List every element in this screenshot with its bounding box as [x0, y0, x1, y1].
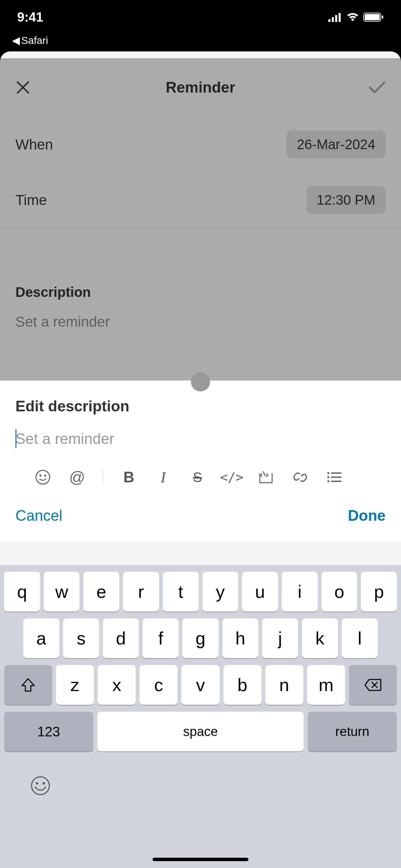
key-f[interactable]: f [143, 618, 179, 658]
key-t[interactable]: t [163, 572, 199, 612]
italic-button[interactable]: I [155, 469, 172, 486]
svg-point-14 [327, 480, 329, 482]
svg-point-18 [43, 782, 45, 785]
code-block-icon [258, 470, 274, 484]
key-row-2: a s d f g h j k l [3, 618, 398, 658]
svg-rect-3 [339, 13, 341, 22]
svg-point-7 [36, 470, 50, 484]
key-c[interactable]: c [139, 665, 178, 705]
bold-button[interactable]: B [120, 469, 137, 486]
action-row: Cancel Done [0, 500, 401, 534]
key-l[interactable]: l [342, 618, 378, 658]
list-button[interactable] [326, 471, 343, 483]
key-k[interactable]: k [302, 618, 338, 658]
description-input[interactable]: Set a reminder [0, 425, 401, 461]
back-app-label: Safari [21, 35, 48, 46]
key-g[interactable]: g [182, 618, 218, 658]
key-backspace[interactable] [349, 665, 397, 705]
key-row-1: q w e r t y u i o p [3, 572, 398, 612]
key-s[interactable]: s [63, 618, 99, 658]
key-m[interactable]: m [307, 665, 345, 705]
svg-rect-11 [331, 472, 341, 474]
keyboard-bottom [3, 758, 398, 796]
svg-point-8 [39, 474, 41, 477]
key-b[interactable]: b [223, 665, 262, 705]
key-shift[interactable] [4, 665, 52, 705]
status-icons [328, 12, 384, 22]
svg-point-17 [36, 782, 38, 785]
key-return[interactable]: return [308, 712, 397, 751]
status-bar: 9:41 [0, 0, 401, 34]
keyboard: q w e r t y u i o p a s d f g h j k l z … [0, 565, 401, 868]
key-r[interactable]: r [123, 572, 159, 612]
svg-rect-1 [332, 17, 334, 22]
done-button[interactable]: Done [348, 507, 386, 524]
list-icon [327, 471, 342, 483]
shift-icon [21, 677, 36, 692]
key-q[interactable]: q [4, 572, 40, 612]
battery-icon [363, 12, 384, 22]
svg-rect-5 [365, 14, 380, 20]
signal-icon [328, 12, 342, 22]
key-d[interactable]: d [103, 618, 139, 658]
toolbar-divider [103, 470, 103, 485]
strikethrough-button[interactable]: S [189, 470, 206, 485]
dim-overlay[interactable] [0, 58, 401, 405]
key-p[interactable]: p [361, 572, 397, 612]
edit-description-sheet: Edit description Set a reminder @ B I S … [0, 381, 401, 541]
at-icon: @ [69, 468, 85, 486]
cancel-button[interactable]: Cancel [15, 507, 62, 524]
keyboard-emoji-button[interactable] [30, 775, 51, 796]
key-a[interactable]: a [23, 618, 59, 658]
key-u[interactable]: u [242, 572, 278, 612]
backspace-icon [364, 678, 382, 692]
back-to-safari[interactable]: ◀ Safari [12, 34, 48, 46]
key-x[interactable]: x [98, 665, 136, 705]
formatting-toolbar: @ B I S </> [0, 461, 401, 500]
svg-rect-0 [328, 19, 330, 22]
svg-rect-6 [382, 15, 383, 19]
key-space[interactable]: space [97, 712, 304, 751]
svg-point-12 [327, 476, 329, 478]
status-time: 9:41 [17, 10, 43, 25]
key-numbers[interactable]: 123 [4, 712, 93, 751]
key-o[interactable]: o [321, 572, 357, 612]
key-z[interactable]: z [56, 665, 94, 705]
home-indicator[interactable] [153, 858, 248, 861]
inline-code-button[interactable]: </> [223, 470, 240, 485]
key-h[interactable]: h [222, 618, 258, 658]
emoji-button[interactable] [34, 470, 51, 485]
svg-point-9 [44, 474, 46, 477]
grab-handle[interactable] [191, 372, 210, 391]
wifi-icon [346, 12, 359, 22]
emoji-keyboard-icon [30, 775, 51, 796]
code-icon: </> [220, 470, 244, 485]
key-i[interactable]: i [282, 572, 318, 612]
input-placeholder: Set a reminder [15, 430, 386, 447]
svg-rect-2 [335, 15, 337, 22]
text-cursor [15, 429, 16, 448]
key-j[interactable]: j [262, 618, 298, 658]
key-w[interactable]: w [44, 572, 80, 612]
emoji-icon [35, 470, 50, 485]
back-chevron-icon: ◀ [12, 34, 20, 46]
svg-point-16 [32, 777, 49, 795]
key-row-4: 123 space return [3, 712, 398, 751]
svg-point-10 [327, 472, 329, 474]
code-block-button[interactable] [257, 470, 275, 484]
key-y[interactable]: y [203, 572, 239, 612]
key-n[interactable]: n [265, 665, 303, 705]
svg-rect-13 [331, 477, 341, 478]
svg-rect-15 [331, 481, 341, 482]
key-e[interactable]: e [83, 572, 119, 612]
mention-button[interactable]: @ [69, 468, 86, 486]
key-row-3: z x c v b n m [3, 665, 398, 705]
key-v[interactable]: v [181, 665, 219, 705]
link-button[interactable] [292, 470, 309, 485]
link-icon [293, 470, 308, 485]
